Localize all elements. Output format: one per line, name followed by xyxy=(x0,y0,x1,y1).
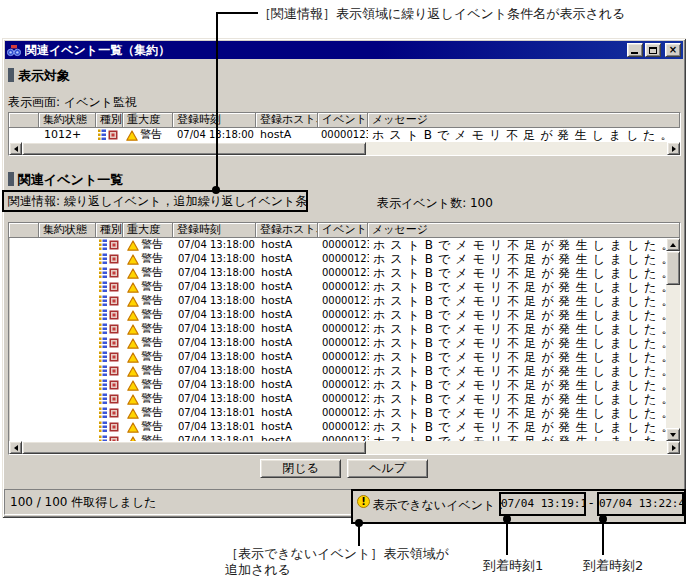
host-cell: hostA xyxy=(257,350,319,364)
warning-triangle-icon xyxy=(127,408,139,419)
event-table-row[interactable]: 警告 07/04 13:18:00 hostA 00000123 ホストBでメモ… xyxy=(10,238,667,252)
message-cell: ホストBでメモリ不足が発生しました。 xyxy=(368,128,680,142)
message-cell: ホストBでメモリ不足が発生しました。 xyxy=(369,434,667,441)
warning-triangle-icon xyxy=(127,324,139,335)
arrow-left-icon xyxy=(11,445,18,451)
aggregation-status-cell xyxy=(40,392,97,406)
column-header-aggregation[interactable]: 集約状態 xyxy=(39,223,96,238)
top-annotation-label: ［関連情報］表示領域に繰り返しイベント条件名が表示される xyxy=(258,5,625,23)
type-cell xyxy=(97,322,124,336)
target-event-row[interactable]: 1012+ 警告 07/04 13:18:00 hostA xyxy=(9,128,680,142)
column-header-time[interactable]: 登録時刻 xyxy=(173,113,256,128)
column-header-type[interactable]: 種別 xyxy=(96,223,123,238)
type-cell xyxy=(97,280,124,294)
close-icon: × xyxy=(669,45,677,55)
event-table-row[interactable]: 警告 07/04 13:18:00 hostA 00000123 ホストBでメモ… xyxy=(10,364,667,378)
host-cell: hostA xyxy=(257,336,319,350)
column-header-event-id[interactable]: イベントID xyxy=(318,113,368,128)
help-button[interactable]: ヘルプ xyxy=(347,459,428,478)
column-header-host[interactable]: 登録ホスト名 xyxy=(256,113,318,128)
registered-time-cell: 07/04 13:18:00 xyxy=(174,308,257,322)
event-table-row[interactable]: 警告 07/04 13:18:01 hostA 00000123 ホストBでメモ… xyxy=(10,406,667,420)
arrival-time-1-value: 07/04 13:19:10 xyxy=(499,492,586,516)
column-header-host[interactable]: 登録ホスト名 xyxy=(256,223,318,238)
registered-time-cell: 07/04 13:18:00 xyxy=(174,280,257,294)
aggregation-status-cell xyxy=(40,294,97,308)
scroll-right-button[interactable] xyxy=(667,142,680,155)
repeat-event-icon xyxy=(99,407,119,419)
type-cell xyxy=(97,406,124,420)
arrival2-label: 到着時刻2 xyxy=(583,557,643,575)
target-table-horizontal-scrollbar[interactable] xyxy=(9,142,680,155)
minimize-button[interactable] xyxy=(627,43,643,57)
type-cell xyxy=(97,336,124,350)
severity-label: 警告 xyxy=(140,128,162,142)
column-header-severity[interactable]: 重大度 xyxy=(123,113,173,128)
event-table-row[interactable]: 警告 07/04 13:18:00 hostA 00000123 ホストBでメモ… xyxy=(10,308,667,322)
event-table-row[interactable]: 警告 07/04 13:18:00 hostA 00000123 ホストBでメモ… xyxy=(10,392,667,406)
range-separator: - xyxy=(589,496,593,510)
scroll-left-button[interactable] xyxy=(9,142,22,155)
close-window-button[interactable]: × xyxy=(665,43,681,57)
target-table-header: 集約状態 種別 重大度 登録時刻 登録ホスト名 イベントID メッセージ xyxy=(9,113,680,128)
column-header-time[interactable]: 登録時刻 xyxy=(173,223,256,238)
horizontal-scroll-thumb[interactable] xyxy=(22,441,366,454)
column-header-message[interactable]: メッセージ xyxy=(368,223,680,238)
column-header-type[interactable]: 種別 xyxy=(96,113,123,128)
repeat-event-icon xyxy=(99,295,119,307)
vertical-scroll-thumb[interactable] xyxy=(666,251,680,285)
message-cell: ホストBでメモリ不足が発生しました。 xyxy=(369,266,667,280)
top-callout-dot xyxy=(212,186,220,194)
severity-label: 警告 xyxy=(141,420,163,434)
maximize-button[interactable] xyxy=(645,43,661,57)
horizontal-scroll-thumb[interactable] xyxy=(22,142,366,155)
warning-triangle-icon xyxy=(127,254,139,265)
type-cell xyxy=(97,308,124,322)
event-table-row[interactable]: 警告 07/04 13:18:00 hostA 00000123 ホストBでメモ… xyxy=(10,266,667,280)
column-header-event-id[interactable]: イベントID xyxy=(318,223,368,238)
registered-time-cell: 07/04 13:18:00 xyxy=(174,378,257,392)
registered-time-cell: 07/04 13:18:01 xyxy=(174,406,257,420)
related-event-list-window: 関連イベント一覧（集約） × 表示対象 表示画面: イベント監視 集約状態 種別… xyxy=(2,38,686,518)
host-cell: hostA xyxy=(257,378,319,392)
arrow-right-icon xyxy=(672,445,679,451)
event-id-cell: 00000123 xyxy=(319,294,369,308)
column-header[interactable] xyxy=(9,223,39,238)
event-table-row[interactable]: 警告 07/04 13:18:00 hostA 00000123 ホストBでメモ… xyxy=(10,322,667,336)
arrival1-callout-line xyxy=(506,518,508,555)
bottom-callout-line xyxy=(358,522,360,546)
event-id-cell: 00000123 xyxy=(319,434,369,441)
repeat-event-icon xyxy=(99,421,119,433)
title-bar[interactable]: 関連イベント一覧（集約） × xyxy=(5,41,683,59)
aggregation-status-cell xyxy=(40,364,97,378)
aggregation-status-cell xyxy=(40,308,97,322)
event-table-row[interactable]: 警告 07/04 13:18:00 hostA 00000123 ホストBでメモ… xyxy=(10,378,667,392)
event-table-row[interactable]: 警告 07/04 13:18:00 hostA 00000123 ホストBでメモ… xyxy=(10,336,667,350)
close-button[interactable]: 閉じる xyxy=(260,459,341,478)
unviewable-events-label: 表示できないイベント : xyxy=(373,497,503,514)
event-table-row[interactable]: 警告 07/04 13:18:01 hostA 00000123 ホストBでメモ… xyxy=(10,434,667,441)
type-cell xyxy=(97,420,124,434)
scroll-up-button[interactable] xyxy=(666,238,680,251)
scroll-left-button[interactable] xyxy=(9,441,22,454)
event-table-row[interactable]: 警告 07/04 13:18:00 hostA 00000123 ホストBでメモ… xyxy=(10,252,667,266)
related-table-vertical-scrollbar[interactable] xyxy=(666,238,680,441)
host-cell: hostA xyxy=(257,434,319,441)
event-table-row[interactable]: 警告 07/04 13:18:00 hostA 00000123 ホストBでメモ… xyxy=(10,350,667,364)
column-header-message[interactable]: メッセージ xyxy=(368,113,680,128)
severity-cell: 警告 xyxy=(124,392,174,406)
repeat-event-icon xyxy=(98,129,118,141)
column-header[interactable] xyxy=(9,113,39,128)
scroll-right-button[interactable] xyxy=(667,441,680,454)
event-id-cell: 00000123 xyxy=(319,238,369,252)
event-table-row[interactable]: 警告 07/04 13:18:00 hostA 00000123 ホストBでメモ… xyxy=(10,294,667,308)
scroll-down-button[interactable] xyxy=(666,428,680,441)
event-table-row[interactable]: 警告 07/04 13:18:00 hostA 00000123 ホストBでメモ… xyxy=(10,280,667,294)
severity-cell: 警告 xyxy=(124,420,174,434)
type-cell xyxy=(97,378,124,392)
event-table-row[interactable]: 警告 07/04 13:18:01 hostA 00000123 ホストBでメモ… xyxy=(10,420,667,434)
column-header-aggregation[interactable]: 集約状態 xyxy=(39,113,96,128)
warning-triangle-icon xyxy=(127,268,139,279)
column-header-severity[interactable]: 重大度 xyxy=(123,223,173,238)
related-table-horizontal-scrollbar[interactable] xyxy=(9,441,680,454)
